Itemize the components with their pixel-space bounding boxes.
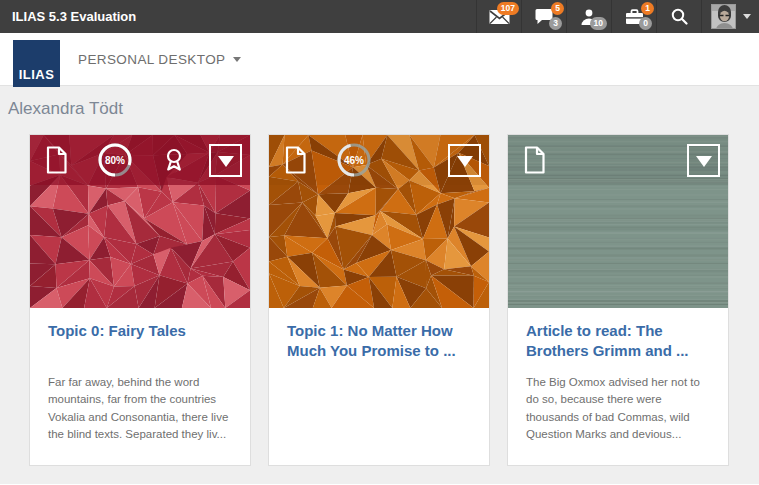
chat-new-badge: 5 <box>551 2 564 15</box>
card-title-link[interactable]: Topic 1: No Matter How Much You Promise … <box>287 321 471 374</box>
chat-total-badge: 3 <box>549 17 562 30</box>
file-icon <box>283 145 308 175</box>
certificate-icon <box>161 147 187 173</box>
main-nav-bar: ILIAS PERSONAL DESKTOP <box>0 33 759 86</box>
card-actions-dropdown[interactable] <box>687 144 720 177</box>
chevron-down-icon <box>743 14 751 19</box>
course-card: Article to read: The Brothers Grimm and … <box>508 135 728 465</box>
card-title-link[interactable]: Topic 0: Fairy Tales <box>48 321 232 374</box>
search-icon <box>671 8 688 25</box>
caret-down-icon <box>218 156 234 167</box>
personal-desktop-label: PERSONAL DESKTOP <box>78 52 225 67</box>
chat-button[interactable]: 5 3 <box>521 0 566 33</box>
card-title-link[interactable]: Article to read: The Brothers Grimm and … <box>526 321 710 374</box>
card-action-band: 80% <box>30 135 250 185</box>
card-action-band: 46% <box>269 135 489 185</box>
briefcase-total-badge: 0 <box>639 17 652 30</box>
card-grid: 80% Topic 0: Fairy T <box>30 135 729 465</box>
card-action-band <box>508 135 728 185</box>
card-body: Topic 1: No Matter How Much You Promise … <box>269 308 489 374</box>
ilias-logo[interactable]: ILIAS <box>13 40 60 87</box>
users-online-button[interactable]: 10 <box>566 0 611 33</box>
top-bar: ILIAS 5.3 Evaluation 107 5 3 <box>0 0 759 33</box>
file-icon <box>522 145 547 175</box>
caret-down-icon <box>457 156 473 167</box>
svg-text:80%: 80% <box>105 155 125 166</box>
mail-count-badge: 107 <box>497 2 519 15</box>
user-menu-button[interactable] <box>701 0 759 33</box>
top-bar-actions: 107 5 3 10 <box>476 0 759 33</box>
caret-down-icon <box>696 156 712 167</box>
chevron-down-icon <box>233 57 241 62</box>
svg-text:46%: 46% <box>344 155 364 166</box>
card-image[interactable]: 46% <box>269 135 489 308</box>
card-body: Topic 0: Fairy Tales Far far away, behin… <box>30 308 250 443</box>
card-actions-dropdown[interactable] <box>448 144 481 177</box>
personal-desktop-menu[interactable]: PERSONAL DESKTOP <box>78 33 241 86</box>
page-title: Alexandra Tödt <box>0 86 759 119</box>
progress-ring: 80% <box>95 140 135 180</box>
progress-ring: 46% <box>334 140 374 180</box>
file-icon <box>44 145 69 175</box>
card-description: Far far away, behind the word mountains,… <box>48 374 232 443</box>
mail-button[interactable]: 107 <box>476 0 521 33</box>
avatar <box>711 4 736 29</box>
card-description: The Big Oxmox advised her not to do so, … <box>526 374 710 443</box>
card-image[interactable]: 80% <box>30 135 250 308</box>
card-actions-dropdown[interactable] <box>209 144 242 177</box>
card-image[interactable] <box>508 135 728 308</box>
course-card: 46% Topic 1: No Matt <box>269 135 489 465</box>
app-title: ILIAS 5.3 Evaluation <box>0 0 476 33</box>
users-count-badge: 10 <box>590 17 607 30</box>
briefcase-button[interactable]: 1 0 <box>611 0 656 33</box>
search-button[interactable] <box>656 0 701 33</box>
briefcase-new-badge: 1 <box>641 2 654 15</box>
card-body: Article to read: The Brothers Grimm and … <box>508 308 728 443</box>
content-area: Alexandra Tödt <box>0 86 759 484</box>
course-card: 80% Topic 0: Fairy T <box>30 135 250 465</box>
